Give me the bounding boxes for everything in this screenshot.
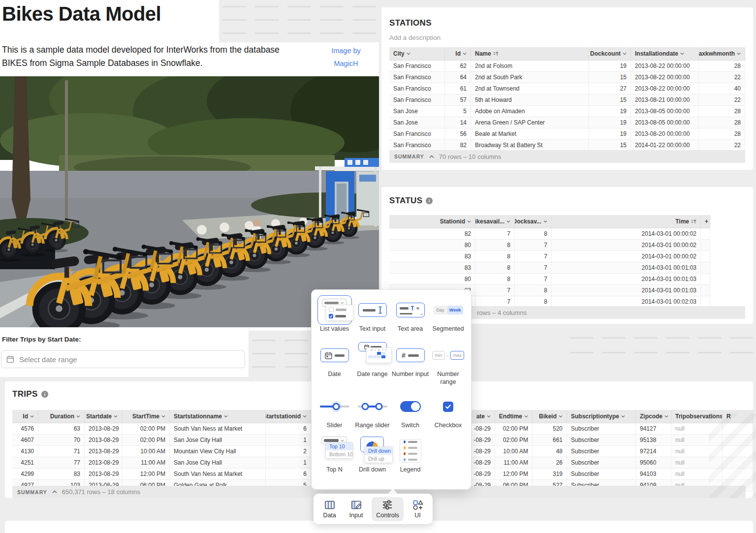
image-credit-link[interactable]: Image by MagicH	[319, 44, 373, 70]
page-description: This is a sample data model developed fo…	[2, 43, 285, 70]
table-cell: 94127	[636, 423, 671, 434]
table-row: San Francisco612nd at Townsend272013-08-…	[389, 83, 745, 94]
column-header-startdate[interactable]: Startdate	[85, 410, 122, 423]
control-option-text-input[interactable]: Text input	[353, 296, 391, 341]
table-cell: 28	[699, 117, 745, 128]
column-header-city[interactable]: City	[389, 47, 445, 60]
table-row: -08-2911:00 AM26Subscriber95060null	[464, 457, 753, 469]
table-cell: 26	[533, 457, 567, 468]
sort-icon	[691, 219, 696, 224]
column-header-stationid[interactable]: Stationid	[389, 215, 475, 228]
control-option-number-range[interactable]: min – max Number range	[429, 341, 467, 392]
control-option-legend[interactable]: Legend	[391, 437, 429, 488]
column-header-time[interactable]: Time	[552, 215, 701, 228]
control-option-range-slider[interactable]: Range slider	[353, 392, 391, 437]
toolbar-ui-button[interactable]: UI	[408, 497, 428, 521]
table-row: 4576632013-08-2902:00 PMSouth Van Ness a…	[12, 423, 311, 435]
stations-summary-bar[interactable]: SUMMARY 70 rows – 10 columns	[389, 150, 745, 163]
control-option-date[interactable]: Date	[315, 341, 353, 392]
table-cell: null	[671, 435, 723, 445]
data-table-icon	[324, 500, 335, 510]
control-option-drill-down[interactable]: Drill down Drill up Drill down	[353, 437, 391, 488]
table-cell: 02:00 PM	[122, 435, 170, 445]
table-cell: 95060	[636, 457, 671, 468]
control-option-checkbox[interactable]: Checkbox	[429, 392, 467, 437]
column-header-startstationid[interactable]: Startstationid	[266, 410, 311, 423]
chevron-down-icon	[303, 415, 307, 418]
column-header-subscriptiontype[interactable]: Subscriptiontype	[567, 410, 636, 423]
chevron-down-icon	[506, 220, 510, 223]
table-cell: 4607	[12, 435, 38, 445]
toolbar-input-button[interactable]: Input	[345, 497, 368, 521]
table-cell: 63	[38, 423, 85, 434]
table-cell	[723, 446, 753, 457]
table-cell: 22	[699, 72, 745, 83]
stations-subtitle[interactable]: Add a description	[389, 34, 441, 41]
column-header--[interactable]: +	[701, 215, 710, 228]
table-cell: 28	[699, 106, 745, 117]
table-cell: Adobe on Almaden	[471, 106, 589, 117]
chevron-down-icon	[621, 415, 625, 418]
table-cell: San Francisco	[389, 61, 445, 71]
table-cell: Subscriber	[567, 435, 636, 445]
control-option-segmented[interactable]: Day Week Segmented	[429, 296, 467, 341]
column-header-id[interactable]: Id	[445, 47, 471, 60]
table-cell: null	[671, 457, 723, 468]
table-cell: 19	[589, 106, 631, 117]
table-cell: 02:00 PM	[495, 423, 533, 434]
table-cell: 19	[589, 128, 631, 139]
table-cell: 02:00 PM	[495, 435, 533, 445]
table-cell	[723, 435, 753, 445]
control-option-switch[interactable]: Switch	[391, 392, 429, 437]
control-option-number-input[interactable]: # Number input	[391, 341, 429, 392]
table-cell: 22	[699, 94, 745, 105]
control-option-list-values[interactable]: List values	[315, 296, 353, 341]
bikes-data-model-page: Bikes Data Model This is a sample data m…	[0, 0, 756, 533]
control-option-slider[interactable]: Slider	[315, 392, 353, 437]
table-cell: 71	[38, 446, 85, 457]
control-option-top-n[interactable]: Top 10 Bottom 10 Top N	[315, 437, 353, 488]
column-header-zipcode[interactable]: Zipcode	[636, 410, 671, 423]
column-header-maxkwhmonth[interactable]: Maxkwhmonth	[699, 47, 745, 60]
table-row: -08-2902:00 PM520Subscriber94127null	[464, 423, 753, 435]
control-label: List values	[320, 325, 349, 333]
column-header-duration[interactable]: Duration	[38, 410, 85, 423]
column-header-starttime[interactable]: StartTime	[122, 410, 170, 423]
table-cell: 57	[445, 94, 471, 105]
table-cell: South Van Ness at Market	[170, 469, 266, 479]
control-option-date-range[interactable]: M T W T F Date range	[353, 341, 391, 392]
column-header-bikeid[interactable]: Bikeid	[533, 410, 567, 423]
info-icon[interactable]	[41, 391, 48, 398]
column-header-name[interactable]: Name	[471, 47, 589, 60]
table-cell: 8	[515, 285, 552, 296]
table-cell: 2013-08-22 00:00:00	[631, 61, 699, 71]
toolbar-controls-button[interactable]: Controls	[372, 497, 404, 521]
chevron-down-icon	[114, 415, 118, 418]
table-cell: 5	[445, 106, 471, 117]
table-cell: 10:00 AM	[495, 446, 533, 457]
column-header-docksav-[interactable]: Docksav...	[515, 215, 552, 228]
summary-text: 650,371 rows – 18 columns	[62, 488, 140, 496]
table-cell: 2013-08-29	[85, 457, 122, 468]
collapse-icon[interactable]	[52, 490, 57, 494]
column-header-installationdate[interactable]: Installationdate	[631, 47, 699, 60]
table-row: San Francisco622nd at Folsom192013-08-22…	[389, 61, 745, 72]
column-header-dockcount[interactable]: Dockcount	[589, 47, 631, 60]
toolbar-data-button[interactable]: Data	[318, 497, 340, 521]
column-header-bikesavail-[interactable]: Bikesavail...	[475, 215, 515, 228]
column-header-id[interactable]: Id	[12, 410, 38, 423]
control-label: Number input	[392, 371, 429, 378]
info-icon[interactable]	[426, 197, 433, 204]
column-header-tripobservations[interactable]: Tripobservations	[671, 410, 723, 423]
column-header-startstationname[interactable]: Startstationname	[170, 410, 266, 423]
date-range-control[interactable]	[1, 350, 245, 368]
collapse-icon[interactable]	[429, 155, 434, 158]
date-range-input[interactable]	[18, 355, 240, 364]
table-cell: 2014-01-22 00:00:00	[631, 140, 699, 151]
control-option-text-area[interactable]: Text area	[391, 296, 429, 341]
column-header-r[interactable]: R	[723, 410, 753, 423]
chevron-down-icon	[543, 220, 547, 223]
column-header-endtime[interactable]: Endtime	[495, 410, 533, 423]
stations-title: STATIONS	[389, 18, 432, 28]
chevron-down-icon	[623, 52, 627, 55]
